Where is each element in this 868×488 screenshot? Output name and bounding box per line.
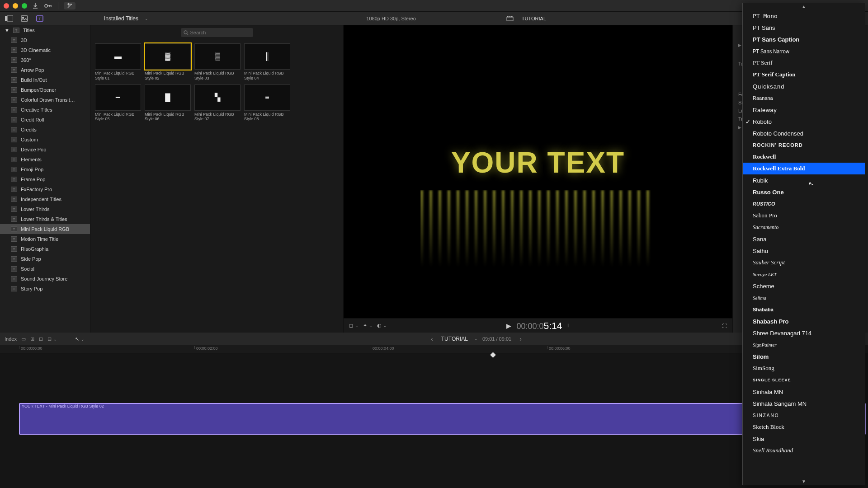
sidebar-item[interactable]: TColorful Drawn Transit…: [0, 95, 90, 105]
font-option[interactable]: Sathu: [743, 245, 865, 257]
font-option[interactable]: Sabon Pro: [743, 210, 865, 221]
browser-title[interactable]: Installed Titles: [104, 15, 138, 22]
timeline-project-name[interactable]: TUTORIAL: [441, 336, 468, 342]
font-option[interactable]: ROCKIN' RECORD: [743, 139, 865, 151]
font-option[interactable]: Shree Devanagari 714: [743, 327, 865, 339]
font-dropdown[interactable]: ▲ PT MonoPT SansPT Sans CaptionPT Sans N…: [742, 3, 865, 485]
sidebar-item[interactable]: TElements: [0, 155, 90, 164]
font-option[interactable]: Rockwell: [743, 151, 865, 163]
sidebar-item[interactable]: TCreative Titles: [0, 105, 90, 115]
enhance-icon[interactable]: [64, 2, 75, 9]
keyword-icon[interactable]: [43, 2, 52, 9]
font-option[interactable]: Savoye LET: [743, 268, 865, 280]
disclosure-triangle-icon[interactable]: ▶: [738, 43, 741, 47]
font-option[interactable]: Quicksand: [743, 80, 865, 92]
sidebar-item[interactable]: TMotion Time Title: [0, 234, 90, 244]
sidebar-item[interactable]: TStory Pop: [0, 284, 90, 294]
timecode-display[interactable]: 00:00:05:14: [517, 320, 562, 331]
font-option[interactable]: Scheme: [743, 280, 865, 292]
import-icon[interactable]: [31, 2, 40, 9]
font-option[interactable]: Sauber Script: [743, 257, 865, 268]
sidebar-header[interactable]: ▼ T Titles: [0, 25, 90, 35]
font-option[interactable]: Skia: [743, 433, 865, 445]
sidebar-item[interactable]: TIndependent Titles: [0, 194, 90, 204]
timeline-ruler[interactable]: 00:00:00:0000:00:02:0000:00:04:0000:00:0…: [0, 345, 868, 353]
viewer-canvas[interactable]: YOUR TEXT: [348, 57, 728, 314]
font-option[interactable]: Rubik: [743, 174, 865, 186]
timeline-tool-3[interactable]: ⊡: [39, 336, 43, 342]
sidebar-item[interactable]: T360°: [0, 55, 90, 65]
font-option[interactable]: SINGLE SLEEVE: [743, 374, 865, 386]
select-tool-icon[interactable]: ↖⌄: [75, 336, 85, 342]
font-option[interactable]: Sacramento: [743, 221, 865, 233]
timeline-tool-1[interactable]: ▭: [21, 336, 26, 342]
title-thumbnail[interactable]: ▒Mini Pack Liquid RGB Style 03: [194, 43, 241, 81]
sidebar-item[interactable]: TBumper/Opener: [0, 85, 90, 95]
sidebar-item[interactable]: TSide Pop: [0, 254, 90, 264]
font-option[interactable]: PT Mono: [743, 10, 865, 22]
sidebar-item[interactable]: TLower Thirds: [0, 204, 90, 214]
font-option[interactable]: SimSong: [743, 362, 865, 374]
font-option[interactable]: Sketch Block: [743, 421, 865, 433]
sidebar-item[interactable]: TEmoji Pop: [0, 164, 90, 174]
transform-tool-icon[interactable]: ◻⌄: [349, 323, 359, 328]
font-option[interactable]: PT Sans Caption: [743, 33, 865, 45]
fullscreen-window-button[interactable]: [22, 3, 27, 9]
loop-icon[interactable]: ⦀: [567, 323, 570, 328]
crop-tool-icon[interactable]: ✦⌄: [363, 323, 373, 328]
sidebar-item[interactable]: T3D Cinematic: [0, 45, 90, 55]
font-option[interactable]: Raleway: [743, 104, 865, 116]
title-thumbnail[interactable]: ━Mini Pack Liquid RGB Style 05: [95, 84, 141, 122]
font-option[interactable]: Silom: [743, 351, 865, 362]
title-thumbnail[interactable]: ≡Mini Pack Liquid RGB Style 08: [244, 84, 290, 122]
font-option[interactable]: Roboto Condensed: [743, 127, 865, 139]
title-thumbnail[interactable]: ▓Mini Pack Liquid RGB Style 02: [145, 43, 191, 81]
sidebar-item[interactable]: TSocial: [0, 264, 90, 274]
font-option[interactable]: Snell Roundhand: [743, 445, 865, 456]
sidebar-item[interactable]: TDevice Pop: [0, 145, 90, 155]
font-option[interactable]: RUSTICO: [743, 198, 865, 210]
search-input[interactable]: Search: [181, 28, 253, 37]
playhead[interactable]: [493, 353, 493, 488]
sidebar-item[interactable]: TCredit Roll: [0, 115, 90, 125]
timeline-tool-4[interactable]: ⊟⌄: [47, 336, 57, 342]
font-option[interactable]: Russo One: [743, 186, 865, 198]
minimize-window-button[interactable]: [13, 3, 18, 9]
fullscreen-icon[interactable]: ⛶: [722, 323, 727, 328]
sidebar-item[interactable]: TBuild In/Out: [0, 75, 90, 85]
library-icon[interactable]: [4, 14, 14, 23]
timeline-next-icon[interactable]: ›: [516, 335, 525, 343]
font-option[interactable]: Rockwell Extra Bold: [743, 163, 865, 174]
sidebar-item[interactable]: TFrame Pop: [0, 174, 90, 184]
font-option[interactable]: Shababa: [743, 304, 865, 315]
sidebar-item[interactable]: TArrow Pop: [0, 65, 90, 75]
font-option[interactable]: Shabash Pro: [743, 315, 865, 327]
font-option[interactable]: Selima: [743, 292, 865, 304]
sidebar-item[interactable]: T3D: [0, 35, 90, 45]
project-name[interactable]: TUTORIAL: [522, 16, 546, 21]
timeline-clip[interactable]: YOUR TEXT - Mini Pack Liquid RGB Style 0…: [19, 403, 866, 435]
font-option[interactable]: PT Serif: [743, 57, 865, 69]
scroll-up-arrow-icon[interactable]: ▲: [743, 3, 865, 10]
timeline-prev-icon[interactable]: ‹: [427, 335, 437, 343]
sidebar-item[interactable]: TRisoGraphia: [0, 244, 90, 254]
disclosure-triangle-icon[interactable]: ▼: [5, 28, 9, 33]
font-option[interactable]: Sana: [743, 233, 865, 245]
title-thumbnail[interactable]: ║Mini Pack Liquid RGB Style 04: [244, 43, 290, 81]
sidebar-item[interactable]: TFxFactory Pro: [0, 184, 90, 194]
font-option[interactable]: PT Serif Caption: [743, 69, 865, 80]
sidebar-item[interactable]: TMini Pack Liquid RGB: [0, 224, 90, 234]
font-option[interactable]: SINZANO: [743, 409, 865, 421]
font-option[interactable]: PT Sans: [743, 22, 865, 33]
font-option[interactable]: Raanana: [743, 92, 865, 104]
font-option[interactable]: Roboto: [743, 116, 865, 127]
font-option[interactable]: SignPainter: [743, 339, 865, 351]
font-option[interactable]: PT Sans Narrow: [743, 45, 865, 57]
photos-icon[interactable]: [19, 14, 30, 23]
sidebar-item[interactable]: TLower Thirds & Titles: [0, 214, 90, 224]
titles-browser-icon[interactable]: T: [34, 14, 45, 23]
play-button[interactable]: ▶: [506, 322, 511, 329]
timeline-tool-2[interactable]: ⊞: [30, 336, 34, 342]
sidebar-item[interactable]: TCustom: [0, 135, 90, 145]
timeline-tracks[interactable]: YOUR TEXT - Mini Pack Liquid RGB Style 0…: [0, 353, 868, 488]
